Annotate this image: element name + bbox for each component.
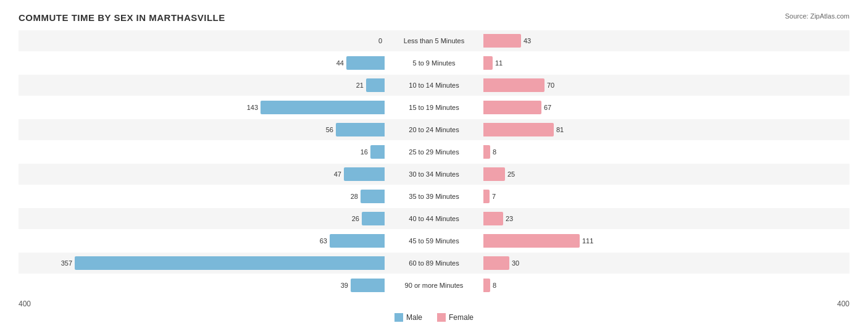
bar-row: 63 45 to 59 Minutes 111: [19, 230, 849, 251]
bar-male: 56: [336, 123, 385, 136]
bar-male: 357: [75, 256, 385, 270]
bar-row: 16 25 to 29 Minutes 8: [19, 141, 849, 162]
bar-female: 8: [483, 145, 490, 159]
bar-female: 81: [483, 123, 554, 136]
right-section: 8: [483, 141, 849, 162]
row-label: 5 to 9 Minutes: [385, 59, 483, 67]
legend-male-box: [394, 313, 403, 322]
bar-row: 143 15 to 19 Minutes 67: [19, 97, 849, 118]
legend-male: Male: [394, 313, 422, 322]
left-section: 26: [19, 208, 385, 229]
row-label: 60 to 89 Minutes: [385, 259, 483, 267]
row-label: 90 or more Minutes: [385, 282, 483, 289]
row-label: 25 to 29 Minutes: [385, 148, 483, 156]
val-female: 30: [512, 259, 519, 267]
val-female: 8: [493, 282, 496, 289]
legend-female: Female: [437, 313, 474, 322]
bar-row: 47 30 to 34 Minutes 25: [19, 164, 849, 185]
axis-right: 400: [837, 300, 849, 308]
bar-female: 8: [483, 279, 490, 292]
chart-title: COMMUTE TIME BY SEX IN MARTHASVILLE: [19, 12, 849, 23]
val-female: 11: [495, 59, 503, 67]
val-female: 81: [556, 126, 564, 133]
source-text: Source: ZipAtlas.com: [785, 12, 849, 20]
bar-row: 21 10 to 14 Minutes 70: [19, 75, 849, 96]
bar-female: 67: [483, 101, 541, 114]
val-male: 56: [326, 126, 333, 133]
val-male: 143: [247, 104, 258, 111]
bar-male: 47: [344, 167, 385, 181]
left-section: 63: [19, 230, 385, 251]
row-label: 20 to 24 Minutes: [385, 126, 483, 133]
val-female: 70: [547, 82, 554, 89]
bar-row: 26 40 to 44 Minutes 23: [19, 208, 849, 229]
chart-container: COMMUTE TIME BY SEX IN MARTHASVILLE Sour…: [0, 0, 868, 323]
row-label: Less than 5 Minutes: [385, 37, 483, 44]
right-section: 43: [483, 30, 849, 51]
left-section: 0: [19, 30, 385, 51]
bars-area: 0 Less than 5 Minutes 43 44 5 to 9 Minut…: [19, 30, 849, 296]
val-female: 67: [544, 104, 551, 111]
left-section: 357: [19, 253, 385, 274]
right-section: 7: [483, 186, 849, 207]
right-section: 30: [483, 253, 849, 274]
val-male: 26: [352, 215, 359, 222]
left-section: 39: [19, 275, 385, 296]
val-male: 28: [351, 193, 358, 200]
bar-female: 30: [483, 256, 509, 270]
row-label: 35 to 39 Minutes: [385, 193, 483, 200]
legend-female-box: [437, 313, 446, 322]
right-section: 25: [483, 164, 849, 185]
right-section: 23: [483, 208, 849, 229]
bar-female: 11: [483, 56, 493, 70]
val-male: 39: [341, 282, 348, 289]
left-section: 143: [19, 97, 385, 118]
left-section: 47: [19, 164, 385, 185]
bar-male: 21: [366, 78, 385, 92]
left-section: 28: [19, 186, 385, 207]
bar-row: 357 60 to 89 Minutes 30: [19, 253, 849, 274]
left-section: 21: [19, 75, 385, 96]
left-section: 44: [19, 52, 385, 73]
val-female: 111: [582, 237, 593, 245]
row-label: 45 to 59 Minutes: [385, 237, 483, 245]
right-section: 70: [483, 75, 849, 96]
row-label: 10 to 14 Minutes: [385, 82, 483, 89]
val-female: 8: [493, 148, 496, 156]
val-female: 7: [492, 193, 496, 200]
bar-row: 56 20 to 24 Minutes 81: [19, 119, 849, 140]
val-male: 21: [356, 82, 364, 89]
right-section: 111: [483, 230, 849, 251]
bar-female: 111: [483, 234, 580, 248]
val-male: 63: [320, 237, 327, 245]
row-label: 40 to 44 Minutes: [385, 215, 483, 222]
axis-labels: 400 400: [19, 300, 849, 308]
legend-male-label: Male: [406, 313, 422, 322]
bar-female: 7: [483, 190, 490, 203]
right-section: 8: [483, 275, 849, 296]
val-male: 47: [334, 170, 341, 178]
bar-row: 44 5 to 9 Minutes 11: [19, 52, 849, 73]
bar-female: 43: [483, 34, 521, 48]
bar-male: 39: [351, 279, 385, 292]
left-section: 16: [19, 141, 385, 162]
bar-male: 63: [330, 234, 385, 248]
left-section: 56: [19, 119, 385, 140]
row-label: 15 to 19 Minutes: [385, 104, 483, 111]
bar-male: 26: [362, 212, 385, 225]
val-male: 0: [378, 37, 382, 44]
bar-male: 44: [346, 56, 385, 70]
legend-female-label: Female: [449, 313, 474, 322]
val-male: 44: [336, 59, 344, 67]
bar-female: 70: [483, 78, 545, 92]
bar-male: 16: [370, 145, 385, 159]
right-section: 11: [483, 52, 849, 73]
bar-male: 143: [261, 101, 385, 114]
axis-left: 400: [19, 300, 31, 308]
legend: Male Female: [19, 313, 849, 322]
bar-female: 25: [483, 167, 505, 181]
bar-row: 0 Less than 5 Minutes 43: [19, 30, 849, 51]
right-section: 81: [483, 119, 849, 140]
val-female: 25: [507, 170, 515, 178]
val-male: 16: [361, 148, 368, 156]
